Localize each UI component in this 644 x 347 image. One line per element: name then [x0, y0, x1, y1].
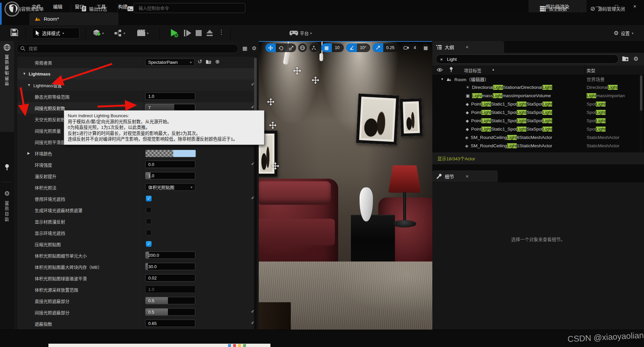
close-icon[interactable]: ×: [466, 174, 468, 179]
visualize-material-diffuse-checkbox[interactable]: [146, 218, 152, 224]
use-selected-icon[interactable]: ↺: [198, 58, 202, 65]
play-options-menu[interactable]: ⋮: [218, 28, 224, 36]
scrollbar[interactable]: [254, 57, 257, 329]
level-viewport[interactable]: ▦ 10 10° 0.25 4 ▦: [259, 41, 432, 330]
blueprint-nodes-icon: [114, 29, 122, 37]
save-icon[interactable]: [10, 28, 19, 37]
scale-snap-value: 0.25: [383, 45, 397, 50]
volumetric-lightmap-sh-smoothing-input[interactable]: 0.02: [145, 274, 195, 282]
pin-column-icon[interactable]: [449, 67, 453, 73]
expand-arrow-icon[interactable]: ▼: [441, 77, 444, 81]
spectator-class-dropdown[interactable]: SpectatorPawn▾: [145, 58, 195, 66]
environment-intensity-input[interactable]: 0.0: [145, 161, 195, 168]
output-log-button[interactable]: 输出日志: [76, 0, 113, 17]
pin-icon[interactable]: [4, 164, 10, 171]
platforms-dropdown[interactable]: 平台 ▾: [289, 28, 312, 38]
outliner-row-directional-light[interactable]: ☀ DirectionalLightStationarDirectionalLi…: [432, 83, 640, 92]
play-button[interactable]: [170, 28, 180, 38]
static-lighting-level-scale-input[interactable]: 1.0: [145, 93, 195, 100]
search-input[interactable]: [28, 46, 223, 51]
skip-frame-button[interactable]: [183, 29, 192, 37]
outliner-row-spotlight[interactable]: ◆ PointLightStatic1_SpotLightStaSpotLigh…: [432, 100, 640, 108]
outliner-row-spotlight[interactable]: ◆ PointLightStatic1_SpotLightStaSpotLigh…: [432, 125, 640, 133]
create-folder-icon[interactable]: [622, 56, 629, 61]
outliner-search-input[interactable]: [446, 56, 601, 62]
console-command-input[interactable]: [138, 5, 239, 11]
generate-ao-material-mask-checkbox[interactable]: [146, 207, 152, 213]
cinematics-button[interactable]: ▾: [137, 28, 149, 38]
eject-button[interactable]: [206, 29, 214, 37]
outliner-row-static-mesh[interactable]: ◈ SM_RoundCeilingLight6StaticMeshActor S…: [432, 133, 640, 142]
blueprints-button[interactable]: ▾: [114, 28, 125, 38]
viewport-layout-icon[interactable]: ▦: [421, 43, 430, 52]
chevron-right-icon[interactable]: ▶: [27, 151, 30, 155]
subcategory-row-lightmass-settings[interactable]: ▼ Lightmass设置 ↶: [17, 79, 255, 91]
sidebar-tab-world-settings[interactable]: 世界场景设置: [0, 41, 14, 132]
close-icon[interactable]: ×: [466, 44, 468, 50]
toolbar-divider: [25, 27, 26, 39]
outliner-row-world[interactable]: ▼ Room（编辑器） 世界场景: [432, 75, 640, 83]
direct-illumination-occlusion-slider[interactable]: 0.5: [145, 297, 195, 304]
stop-button[interactable]: [195, 29, 202, 37]
move-gizmo-icon[interactable]: [293, 66, 301, 75]
volume-lighting-method-dropdown[interactable]: 体积光照贴图▾: [145, 183, 195, 191]
scrollbar[interactable]: [640, 75, 643, 152]
rotation-snap-control[interactable]: 10°: [346, 43, 370, 52]
visibility-column-eye-icon[interactable]: [437, 67, 443, 72]
outliner-search[interactable]: ×: [436, 54, 619, 64]
outliner-row-spotlight[interactable]: ◆ PointLightStatic1_SpotLightStaSpotLigh…: [432, 108, 640, 117]
add-element-icon[interactable]: ⊕: [215, 58, 219, 65]
diffuse-boost-input[interactable]: 1.0: [145, 172, 195, 179]
clear-search-icon[interactable]: ×: [440, 56, 443, 62]
volumetric-lightmap-detail-cell-size-input[interactable]: 200.0: [145, 251, 195, 259]
volumetric-lightmap-max-brick-memory-input[interactable]: 30.0: [145, 263, 195, 270]
tab-details[interactable]: 细节 ×: [432, 170, 498, 182]
category-row-lightmass[interactable]: ▼ Lightmass: [17, 68, 255, 80]
property-row: 遮蔽指数 0.65 ↶: [17, 318, 255, 330]
visualize-ambient-occlusion-checkbox[interactable]: [146, 230, 152, 235]
platforms-label: 平台: [300, 30, 309, 36]
panel-settings-gear-icon[interactable]: ⚙: [252, 45, 256, 51]
tab-outliner[interactable]: 大纲 ×: [432, 41, 504, 53]
property-row: 显示环境光遮挡: [17, 227, 255, 239]
property-label: 天空光照反射数: [35, 114, 65, 125]
details-empty-text: 选择一个对象来查看细节。: [432, 236, 644, 242]
menu-edit[interactable]: 编辑: [48, 0, 67, 12]
column-view-icon[interactable]: ▦: [242, 45, 247, 51]
unreal-logo-icon[interactable]: [4, 1, 20, 17]
editor-settings-button[interactable]: ⚙ 设置 ▾: [614, 28, 633, 38]
scale-snap-control[interactable]: 0.25: [373, 43, 399, 52]
occlusion-exponent-input[interactable]: 0.65: [145, 320, 195, 327]
sidebar-tab-project-settings[interactable]: ⚙ 项目设置: [0, 187, 14, 271]
outliner-row-lightmass-volume[interactable]: ▣ LightmassLightmassImportanceVolume Lig…: [432, 92, 640, 100]
outliner-settings-gear-icon[interactable]: ⚙: [633, 55, 638, 62]
property-row: 体积光照贴图球面谐波平滑 0.02: [17, 273, 255, 284]
move-tool-button[interactable]: [265, 43, 276, 52]
derived-data-button[interactable]: 派生数据: [534, 0, 572, 17]
camera-speed-control[interactable]: 4: [402, 43, 419, 52]
surface-snapping-button[interactable]: [309, 43, 318, 52]
details-panel: 选择一个对象来查看细节。: [432, 182, 644, 330]
environment-color-swatch[interactable]: [145, 150, 196, 157]
outliner-row-spotlight[interactable]: ◆ PointLightStatic1_SpotLightStaSpotLigh…: [432, 117, 640, 125]
move-gizmo-icon[interactable]: [311, 76, 319, 84]
move-gizmo-icon[interactable]: [271, 162, 279, 170]
browse-asset-icon[interactable]: [206, 59, 211, 64]
compress-lightmaps-checkbox[interactable]: ✓: [146, 241, 152, 247]
select-mode-dropdown[interactable]: 选择模式 ▾: [32, 28, 79, 38]
add-actor-button[interactable]: ▾: [93, 28, 104, 38]
indirect-illumination-occlusion-slider[interactable]: 0.5: [145, 308, 195, 316]
outliner-row-static-mesh[interactable]: ◈ SM_RoundCeilingLight1StaticMeshActor S…: [432, 142, 640, 150]
move-gizmo-icon[interactable]: [267, 98, 275, 106]
scale-tool-button[interactable]: [286, 43, 296, 52]
use-ambient-occlusion-checkbox[interactable]: ✓: [146, 196, 152, 201]
world-space-toggle[interactable]: [298, 43, 307, 52]
item-label-column-header[interactable]: 项目标签: [464, 67, 481, 73]
move-gizmo-icon[interactable]: [269, 121, 277, 129]
rotate-tool-button[interactable]: [276, 43, 286, 52]
spot-light-icon: ◆: [466, 110, 469, 115]
type-column-header[interactable]: 类型: [587, 67, 595, 73]
world-settings-search[interactable]: [17, 44, 238, 53]
grid-snap-control[interactable]: ▦ 10: [321, 43, 344, 52]
source-control-button[interactable]: ⊘ 源码管理关闭: [585, 0, 630, 17]
